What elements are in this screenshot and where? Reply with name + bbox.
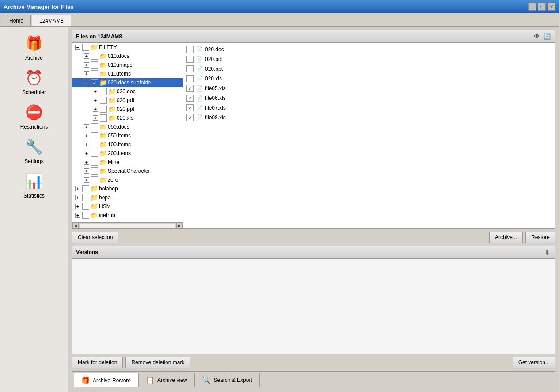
toggle-inetrub[interactable]: +: [75, 213, 80, 218]
file-check-020doc[interactable]: [186, 46, 194, 53]
toggle-050docs[interactable]: +: [84, 124, 89, 129]
check-020xls[interactable]: [100, 114, 107, 122]
tree-node-mine[interactable]: + 📁 Mine: [72, 158, 183, 167]
check-020doc[interactable]: [100, 88, 107, 95]
file-check-file08xls[interactable]: ✓: [186, 114, 194, 121]
tree-node-hopa[interactable]: + 📁 hopa: [72, 193, 183, 202]
check-inetrub[interactable]: [82, 212, 89, 219]
archive-button[interactable]: Archive...: [489, 232, 523, 243]
tab-124mam8[interactable]: 124MAM8: [32, 15, 71, 26]
check-holahop[interactable]: [82, 185, 89, 192]
tree-node-010image[interactable]: + 📁 010.image: [72, 61, 183, 69]
file-item-file05xls[interactable]: ✓ 📄 file05.xls: [185, 84, 553, 93]
tree-node-inetrub[interactable]: + 📁 inetrub: [72, 211, 183, 220]
check-mine[interactable]: [91, 159, 98, 166]
restore-button[interactable]: Restore: [525, 232, 555, 243]
toggle-020xls[interactable]: +: [93, 115, 98, 121]
toggle-010docs[interactable]: +: [84, 53, 89, 59]
tree-node-020doc[interactable]: + 📁 020.doc: [72, 87, 183, 96]
toggle-200items[interactable]: +: [84, 151, 89, 156]
toggle-010items[interactable]: +: [84, 71, 89, 76]
clear-selection-button[interactable]: Clear selection: [72, 232, 118, 243]
minimize-button[interactable]: −: [528, 3, 536, 11]
get-version-button[interactable]: Get version...: [513, 357, 555, 368]
refresh-icon[interactable]: 🔄: [543, 32, 551, 41]
file-check-file05xls[interactable]: ✓: [186, 85, 194, 92]
sidebar-item-scheduler[interactable]: ⏰ Scheduler: [5, 65, 63, 98]
toggle-hopa[interactable]: +: [75, 195, 80, 200]
tree-node-holahop[interactable]: + 📁 holahop: [72, 184, 183, 193]
check-200items[interactable]: [91, 150, 98, 157]
check-100items[interactable]: [91, 141, 98, 148]
tree-node-050items[interactable]: + 📁 050.items: [72, 131, 183, 140]
toggle-holahop[interactable]: +: [75, 186, 80, 191]
maximize-button[interactable]: □: [538, 3, 546, 11]
check-hopa[interactable]: [82, 194, 89, 201]
tree-node-filety[interactable]: − 📁 FILETY: [72, 43, 183, 52]
hscroll-left[interactable]: ◄: [72, 223, 79, 229]
toggle-020ppt[interactable]: +: [93, 107, 98, 112]
toggle-zero[interactable]: +: [84, 177, 89, 183]
file-item-020doc[interactable]: 📄 020.doc: [185, 45, 553, 54]
versions-collapse-icon[interactable]: ⬇: [543, 248, 551, 257]
toggle-hsm[interactable]: +: [75, 204, 80, 209]
toggle-020pdf[interactable]: +: [93, 98, 98, 103]
tree-node-050docs[interactable]: + 📁 050.docs: [72, 122, 183, 131]
tree-panel[interactable]: − 📁 FILETY + 📁 010.docs: [72, 43, 183, 228]
check-050docs[interactable]: [91, 123, 98, 130]
toggle-020doc[interactable]: +: [93, 89, 98, 94]
tree-node-020pdf[interactable]: + 📁 020.pdf: [72, 96, 183, 105]
check-specialcharacter[interactable]: [91, 167, 98, 175]
tree-node-specialcharacter[interactable]: + 📁 Special.Character: [72, 167, 183, 175]
tree-node-020xls[interactable]: + 📁 020.xls: [72, 114, 183, 122]
tree-node-010items[interactable]: + 📁 010.items: [72, 69, 183, 78]
tree-node-020ppt[interactable]: + 📁 020.ppt: [72, 105, 183, 114]
file-check-020ppt[interactable]: [186, 65, 194, 72]
mark-deletion-button[interactable]: Mark for deletion: [72, 357, 123, 368]
check-010docs[interactable]: [91, 53, 98, 60]
file-item-020pdf[interactable]: 📄 020.pdf: [185, 54, 553, 64]
remove-deletion-button[interactable]: Remove deletion mark: [125, 357, 190, 368]
file-item-020ppt[interactable]: 📄 020.ppt: [185, 64, 553, 74]
tab-home[interactable]: Home: [2, 15, 31, 26]
check-050items[interactable]: [91, 132, 98, 139]
eye-icon[interactable]: 👁: [532, 32, 541, 41]
toggle-specialcharacter[interactable]: +: [84, 168, 89, 174]
toggle-050items[interactable]: +: [84, 133, 89, 138]
tree-node-020docssubfolder[interactable]: − ✓ 📁 020.docs.subfolde: [72, 78, 183, 87]
tree-node-hsm[interactable]: + 📁 HSM: [72, 202, 183, 211]
sidebar-item-archive[interactable]: 🎁 Archive: [5, 30, 63, 64]
file-item-file07xls[interactable]: ✓ 📄 file07.xls: [185, 103, 553, 113]
file-check-file07xls[interactable]: ✓: [186, 104, 194, 111]
close-button[interactable]: ✕: [548, 3, 555, 11]
file-item-file08xls[interactable]: ✓ 📄 file08.xls: [185, 113, 553, 122]
check-020docssubfolder[interactable]: ✓: [91, 79, 98, 86]
tab-archive-restore[interactable]: 🎁 Archive-Restore: [74, 373, 138, 387]
tree-node-200items[interactable]: + 📁 200.items: [72, 149, 183, 158]
file-check-file06xls[interactable]: ✓: [186, 95, 194, 102]
tab-archive-view[interactable]: 📋 Archive view: [138, 373, 194, 387]
toggle-mine[interactable]: +: [84, 160, 89, 165]
toggle-010image[interactable]: +: [84, 62, 89, 68]
check-hsm[interactable]: [82, 203, 89, 210]
tab-search-export[interactable]: 🔍 Search & Export: [194, 373, 259, 387]
hscroll-right[interactable]: ►: [176, 223, 183, 229]
file-check-020pdf[interactable]: [186, 56, 194, 63]
file-check-020xls[interactable]: [186, 75, 194, 82]
check-020pdf[interactable]: [100, 97, 107, 104]
check-zero[interactable]: [91, 176, 98, 183]
sidebar-item-settings[interactable]: 🔧 Settings: [5, 133, 63, 167]
sidebar-item-restrictions[interactable]: ⛔ Restrictions: [5, 99, 63, 133]
tree-node-100items[interactable]: + 📁 100.items: [72, 140, 183, 149]
check-filety[interactable]: [82, 44, 89, 51]
check-020ppt[interactable]: [100, 106, 107, 113]
tree-node-zero[interactable]: + 📁 zero: [72, 175, 183, 184]
sidebar-item-statistics[interactable]: 📊 Statistics: [5, 168, 63, 202]
file-item-file06xls[interactable]: ✓ 📄 file06.xls: [185, 93, 553, 103]
toggle-020docssubfolder[interactable]: −: [84, 80, 89, 85]
toggle-100items[interactable]: +: [84, 142, 89, 147]
file-item-020xls[interactable]: 📄 020.xls: [185, 74, 553, 84]
check-010image[interactable]: [91, 61, 98, 69]
toggle-filety[interactable]: −: [75, 45, 80, 50]
tree-node-010docs[interactable]: + 📁 010.docs: [72, 52, 183, 61]
